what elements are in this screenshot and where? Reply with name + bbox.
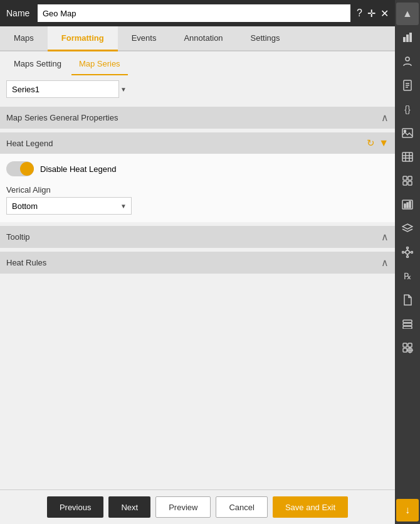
tab-events[interactable]: Events bbox=[118, 26, 171, 51]
svg-rect-0 bbox=[403, 37, 406, 42]
vertical-align-select[interactable]: Bottom Top Middle bbox=[6, 197, 132, 215]
svg-point-25 bbox=[407, 256, 409, 258]
previous-button[interactable]: Previous bbox=[47, 496, 104, 518]
svg-point-27 bbox=[411, 252, 413, 254]
name-label: Name bbox=[6, 8, 31, 18]
svg-rect-10 bbox=[402, 152, 412, 161]
svg-rect-36 bbox=[408, 343, 412, 347]
heat-legend-toggle[interactable] bbox=[6, 161, 34, 176]
sidebar-curly-brace-icon[interactable]: {} bbox=[396, 98, 419, 120]
svg-rect-32 bbox=[403, 320, 412, 323]
vertical-align-label: Verical Align bbox=[6, 185, 389, 195]
svg-rect-15 bbox=[403, 176, 407, 180]
svg-rect-35 bbox=[403, 343, 407, 347]
tabs: Maps Formatting Events Annotation Settin… bbox=[0, 26, 395, 51]
section-heat-legend-title: Heat Legend bbox=[6, 139, 367, 148]
section-tooltip-chevron: ∧ bbox=[381, 231, 389, 243]
svg-rect-18 bbox=[408, 181, 412, 185]
heat-legend-body: Disable Heat Legend Verical Align Bottom… bbox=[0, 154, 395, 222]
toggle-knob bbox=[20, 162, 34, 176]
tab-annotation[interactable]: Annotation bbox=[170, 26, 236, 51]
series-select-arrow: ▼ bbox=[120, 86, 127, 93]
svg-point-24 bbox=[407, 247, 409, 249]
svg-rect-16 bbox=[408, 176, 412, 180]
series-select[interactable]: Series1 Series2 Series3 bbox=[6, 80, 119, 98]
sidebar-file-icon[interactable] bbox=[396, 289, 419, 311]
next-button[interactable]: Next bbox=[108, 496, 150, 518]
sidebar-grid-icon[interactable] bbox=[396, 169, 419, 192]
sidebar-rx-icon[interactable]: ℞ bbox=[396, 265, 419, 287]
svg-point-3 bbox=[406, 57, 409, 61]
sidebar-document-icon[interactable] bbox=[396, 74, 419, 97]
sidebar-download-icon[interactable]: ↓ bbox=[396, 499, 419, 521]
series-select-wrapper: Series1 Series2 Series3 ▼ bbox=[6, 80, 132, 98]
sidebar-network-icon[interactable] bbox=[396, 241, 419, 264]
header-icons: ? ✛ ✕ bbox=[357, 8, 389, 19]
vertical-align-select-wrapper: Bottom Top Middle ▼ bbox=[6, 197, 132, 215]
preview-button[interactable]: Preview bbox=[155, 496, 211, 518]
sub-tab-maps-setting[interactable]: Maps Setting bbox=[6, 56, 69, 75]
section-map-series-general-chevron: ∧ bbox=[381, 112, 389, 124]
svg-rect-33 bbox=[403, 323, 412, 326]
sidebar-image-icon[interactable] bbox=[396, 122, 419, 144]
svg-rect-17 bbox=[403, 181, 407, 185]
tab-settings[interactable]: Settings bbox=[237, 26, 294, 51]
cancel-button[interactable]: Cancel bbox=[216, 496, 267, 518]
footer: Previous Next Preview Cancel Save and Ex… bbox=[0, 489, 395, 524]
move-icon[interactable]: ✛ bbox=[367, 8, 375, 19]
close-icon[interactable]: ✕ bbox=[381, 8, 389, 19]
svg-rect-20 bbox=[404, 204, 406, 208]
sidebar-plus-grid-icon[interactable] bbox=[396, 336, 419, 359]
help-icon[interactable]: ? bbox=[357, 8, 362, 19]
series-row: Series1 Series2 Series3 ▼ bbox=[0, 75, 395, 103]
svg-rect-1 bbox=[406, 35, 409, 42]
svg-rect-21 bbox=[407, 203, 408, 208]
sidebar-up-icon[interactable]: ▲ bbox=[396, 3, 419, 25]
right-sidebar: ▲ {} ℞ ↓ bbox=[395, 0, 420, 524]
toggle-row: Disable Heat Legend bbox=[6, 161, 389, 176]
save-exit-button[interactable]: Save and Exit bbox=[273, 496, 348, 518]
svg-rect-22 bbox=[409, 201, 411, 208]
tab-formatting[interactable]: Formatting bbox=[48, 26, 118, 51]
disable-heat-legend-label: Disable Heat Legend bbox=[40, 164, 116, 174]
tab-maps[interactable]: Maps bbox=[0, 26, 48, 51]
section-heat-rules-chevron: ∧ bbox=[381, 257, 389, 269]
section-tooltip[interactable]: Tooltip ∧ bbox=[0, 226, 395, 248]
sidebar-stack-icon[interactable] bbox=[396, 313, 419, 335]
svg-point-23 bbox=[406, 250, 409, 254]
sidebar-table-icon[interactable] bbox=[396, 146, 419, 168]
name-input[interactable] bbox=[38, 4, 350, 22]
sub-tab-map-series[interactable]: Map Series bbox=[71, 56, 128, 75]
section-heat-legend-chevron: ▼ bbox=[379, 137, 389, 149]
header: Name ? ✛ ✕ bbox=[0, 0, 395, 26]
sidebar-layers-icon[interactable] bbox=[396, 217, 419, 240]
section-map-series-general-title: Map Series General Properties bbox=[6, 113, 381, 122]
svg-point-26 bbox=[402, 252, 404, 254]
sidebar-person-icon[interactable] bbox=[396, 50, 419, 73]
section-heat-rules[interactable]: Heat Rules ∧ bbox=[0, 252, 395, 274]
section-heat-legend[interactable]: Heat Legend ↻ ▼ bbox=[0, 132, 395, 154]
section-tooltip-title: Tooltip bbox=[6, 232, 381, 242]
section-map-series-general[interactable]: Map Series General Properties ∧ bbox=[0, 107, 395, 129]
svg-rect-34 bbox=[403, 326, 412, 329]
sidebar-mini-bar-icon[interactable] bbox=[396, 193, 419, 216]
refresh-icon[interactable]: ↻ bbox=[367, 137, 375, 149]
svg-rect-37 bbox=[403, 348, 407, 352]
sub-tabs: Maps Setting Map Series bbox=[0, 51, 395, 75]
section-heat-rules-title: Heat Rules bbox=[6, 258, 381, 267]
sidebar-bar-chart-icon[interactable] bbox=[396, 26, 419, 49]
svg-rect-2 bbox=[409, 33, 412, 42]
